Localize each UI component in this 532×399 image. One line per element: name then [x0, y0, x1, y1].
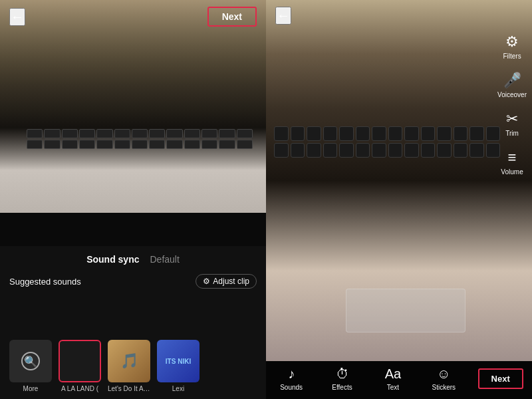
key — [219, 140, 235, 149]
key — [469, 143, 484, 158]
key — [372, 126, 386, 141]
key — [291, 143, 305, 158]
next-button-right[interactable]: Next — [478, 368, 523, 389]
trim-label: Trim — [505, 130, 519, 137]
key — [372, 143, 386, 158]
sounds-icon: ♪ — [288, 366, 295, 382]
key — [149, 129, 165, 138]
key — [274, 126, 289, 141]
bottom-item-stickers[interactable]: ☺ Stickers — [427, 366, 460, 391]
volume-icon: ≡ — [508, 149, 517, 166]
ala-land-label: A LA LAND ( — [61, 385, 98, 392]
filmstrip-bar — [0, 213, 266, 246]
effects-icon: ⏱ — [336, 366, 349, 382]
key — [79, 140, 95, 149]
lexi-label: Lexi — [172, 385, 184, 392]
music-item-more[interactable]: 🔍 More — [9, 340, 52, 392]
filters-icon: ⚙ — [505, 33, 519, 51]
music-item-lexi[interactable]: ITS NIKI Lexi — [157, 340, 200, 392]
key — [307, 126, 321, 141]
key — [62, 129, 78, 138]
key — [274, 143, 289, 158]
key — [421, 126, 436, 141]
adjust-clip-button[interactable]: ⚙ Adjust clip — [196, 274, 257, 289]
key — [166, 140, 182, 149]
text-label: Text — [387, 384, 399, 391]
key — [323, 143, 338, 158]
effects-label: Effects — [332, 384, 352, 391]
ala-land-placeholder — [78, 360, 81, 362]
key — [201, 129, 217, 138]
stickers-icon: ☺ — [437, 366, 450, 382]
key — [237, 129, 253, 138]
voiceover-icon: 🎤 — [503, 72, 521, 89]
right-toolbar: ⚙ Filters 🎤 Voiceover ✂ Trim ≡ Volume — [497, 33, 527, 176]
key — [201, 140, 217, 149]
bottom-item-sounds[interactable]: ♪ Sounds — [275, 366, 308, 391]
trim-icon: ✂ — [506, 110, 518, 128]
key — [132, 140, 148, 149]
lets-do-label: Let's Do It Ag... — [108, 385, 150, 392]
music-item-lets-do[interactable]: 🎵 Let's Do It Ag... — [108, 340, 150, 392]
more-label: More — [23, 385, 39, 392]
next-button-left[interactable]: Next — [207, 7, 257, 27]
toolbar-item-voiceover[interactable]: 🎤 Voiceover — [497, 72, 527, 98]
music-item-ala-land[interactable]: A LA LAND ( — [59, 340, 101, 392]
sounds-label: Sounds — [280, 384, 303, 391]
keyboard-keys-right — [274, 126, 500, 158]
right-bottom-bar: ♪ Sounds ⏱ Effects Aa Text ☺ Stickers Ne… — [266, 361, 532, 399]
default-label: Default — [150, 254, 180, 265]
lexi-art: ITS NIKI — [164, 356, 192, 366]
adjust-clip-label: Adjust clip — [213, 277, 249, 286]
bottom-item-text[interactable]: Aa Text — [376, 366, 410, 391]
key — [469, 126, 484, 141]
keyboard-bg-right — [266, 0, 532, 361]
voiceover-label: Voiceover — [497, 91, 527, 98]
bottom-item-effects[interactable]: ⏱ Effects — [326, 366, 359, 391]
key — [307, 143, 321, 158]
more-button-thumb[interactable]: 🔍 — [9, 340, 52, 382]
key — [219, 129, 235, 138]
suggested-sounds-label: Suggested sounds — [9, 277, 81, 287]
toolbar-item-trim[interactable]: ✂ Trim — [505, 110, 519, 137]
key — [96, 129, 112, 138]
volume-label: Volume — [501, 168, 523, 176]
key — [404, 126, 419, 141]
right-panel: ← ⚙ Filters 🎤 Voiceover ✂ Trim ≡ Volume — [266, 0, 532, 399]
sound-sync-label: Sound sync — [86, 254, 139, 265]
adjust-clip-icon: ⚙ — [203, 277, 210, 286]
key — [437, 126, 452, 141]
key — [356, 126, 370, 141]
lets-do-thumb[interactable]: 🎵 — [108, 340, 150, 382]
back-button-left[interactable]: ← — [9, 8, 25, 26]
search-icon: 🔍 — [21, 352, 40, 370]
key — [356, 143, 370, 158]
video-preview-right: ← ⚙ Filters 🎤 Voiceover ✂ Trim ≡ Volume — [266, 0, 532, 361]
key — [184, 140, 200, 149]
back-button-right[interactable]: ← — [275, 7, 291, 25]
key — [166, 129, 182, 138]
key — [62, 140, 78, 149]
left-header: ← Next — [0, 0, 266, 33]
lexi-thumb[interactable]: ITS NIKI — [157, 340, 200, 382]
key — [44, 140, 60, 149]
key — [421, 143, 436, 158]
keyboard-keys-left — [27, 129, 253, 149]
ala-land-thumb[interactable] — [59, 340, 101, 382]
key — [27, 140, 43, 149]
key — [79, 129, 95, 138]
key — [114, 129, 130, 138]
key — [404, 143, 419, 158]
key — [454, 143, 468, 158]
text-icon: Aa — [385, 366, 401, 382]
key — [237, 140, 253, 149]
key — [96, 140, 112, 149]
lets-do-art: 🎵 — [120, 352, 138, 370]
toolbar-item-volume[interactable]: ≡ Volume — [501, 149, 523, 176]
key — [339, 126, 354, 141]
right-header: ← — [275, 7, 291, 25]
key — [184, 129, 200, 138]
toolbar-item-filters[interactable]: ⚙ Filters — [503, 33, 521, 60]
left-panel: ← Next — [0, 0, 266, 399]
key — [339, 143, 354, 158]
